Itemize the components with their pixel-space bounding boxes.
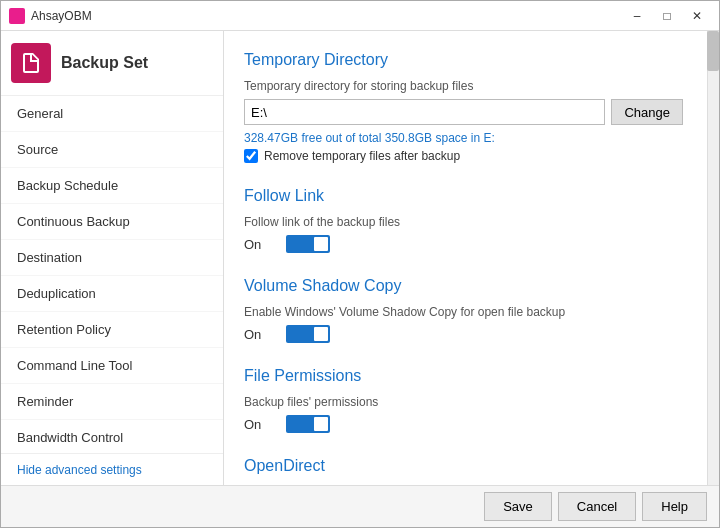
sidebar-item-bandwidth-control[interactable]: Bandwidth Control [1,420,223,453]
main-window: AhsayOBM – □ ✕ Backup Set General Source… [0,0,720,528]
sidebar-item-deduplication[interactable]: Deduplication [1,276,223,312]
sidebar-footer: Hide advanced settings [1,453,223,485]
disk-info: 328.47GB free out of total 350.8GB space… [244,131,683,145]
close-button[interactable]: ✕ [683,5,711,27]
sidebar-item-retention-policy[interactable]: Retention Policy [1,312,223,348]
follow-link-title: Follow Link [244,187,683,205]
file-permissions-toggle-row: On [244,415,683,433]
follow-link-toggle-row: On [244,235,683,253]
save-button[interactable]: Save [484,492,552,521]
backup-set-icon [11,43,51,83]
follow-link-desc: Follow link of the backup files [244,215,683,229]
sidebar-item-continuous-backup[interactable]: Continuous Backup [1,204,223,240]
scrollbar-track[interactable] [707,31,719,485]
scrollbar-thumb[interactable] [707,31,719,71]
temporary-directory-desc: Temporary directory for storing backup f… [244,79,683,93]
cancel-button[interactable]: Cancel [558,492,636,521]
follow-link-section: Follow Link Follow link of the backup fi… [244,187,683,253]
file-permissions-toggle-thumb [314,417,328,431]
help-button[interactable]: Help [642,492,707,521]
file-permissions-desc: Backup files' permissions [244,395,683,409]
sidebar-item-backup-schedule[interactable]: Backup Schedule [1,168,223,204]
volume-shadow-copy-title: Volume Shadow Copy [244,277,683,295]
file-permissions-toggle-label: On [244,417,274,432]
follow-link-toggle-thumb [314,237,328,251]
sidebar-item-source[interactable]: Source [1,132,223,168]
sidebar-item-destination[interactable]: Destination [1,240,223,276]
opendirect-title: OpenDirect [244,457,683,475]
opendirect-section: OpenDirect Support of opening backup dat… [244,457,683,485]
file-permissions-title: File Permissions [244,367,683,385]
title-bar: AhsayOBM – □ ✕ [1,1,719,31]
sidebar-title: Backup Set [61,54,148,72]
app-icon [9,8,25,24]
footer: Save Cancel Help [1,485,719,527]
sidebar-header: Backup Set [1,31,223,96]
content-area: Temporary Directory Temporary directory … [224,31,707,485]
volume-shadow-toggle-row: On [244,325,683,343]
volume-shadow-toggle-thumb [314,327,328,341]
sidebar: Backup Set General Source Backup Schedul… [1,31,224,485]
directory-input-row: Change [244,99,683,125]
window-title: AhsayOBM [31,9,92,23]
follow-link-toggle-label: On [244,237,274,252]
change-button[interactable]: Change [611,99,683,125]
sidebar-item-reminder[interactable]: Reminder [1,384,223,420]
sidebar-item-command-line-tool[interactable]: Command Line Tool [1,348,223,384]
follow-link-toggle[interactable] [286,235,330,253]
title-bar-left: AhsayOBM [9,8,92,24]
volume-shadow-copy-section: Volume Shadow Copy Enable Windows' Volum… [244,277,683,343]
file-permissions-section: File Permissions Backup files' permissio… [244,367,683,433]
remove-temp-row: Remove temporary files after backup [244,149,683,163]
hide-advanced-link[interactable]: Hide advanced settings [17,463,142,477]
temporary-directory-title: Temporary Directory [244,51,683,69]
volume-shadow-copy-desc: Enable Windows' Volume Shadow Copy for o… [244,305,683,319]
main-content: Backup Set General Source Backup Schedul… [1,31,719,485]
remove-temp-label: Remove temporary files after backup [264,149,460,163]
temporary-directory-section: Temporary Directory Temporary directory … [244,51,683,163]
file-permissions-toggle[interactable] [286,415,330,433]
directory-input[interactable] [244,99,605,125]
sidebar-item-general[interactable]: General [1,96,223,132]
volume-shadow-toggle[interactable] [286,325,330,343]
volume-shadow-toggle-label: On [244,327,274,342]
title-bar-controls: – □ ✕ [623,5,711,27]
sidebar-nav: General Source Backup Schedule Continuou… [1,96,223,453]
maximize-button[interactable]: □ [653,5,681,27]
remove-temp-checkbox[interactable] [244,149,258,163]
right-panel: Temporary Directory Temporary directory … [224,31,719,485]
minimize-button[interactable]: – [623,5,651,27]
